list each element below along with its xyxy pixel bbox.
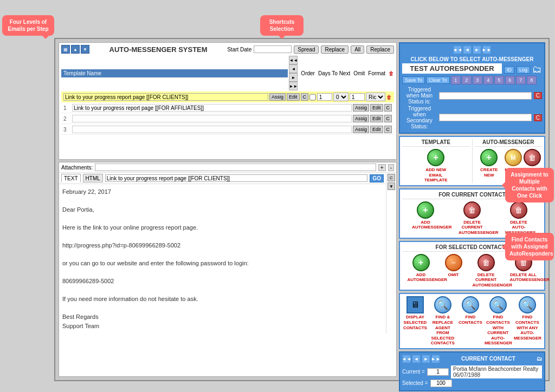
display-contacts-btn[interactable]: 🖥 DISPLAY SELECTED CONTACTS [403,296,427,330]
num-btn-3[interactable]: 3 [473,76,482,84]
num-btn-7[interactable]: 7 [516,76,526,84]
side-c-btn[interactable]: C [388,174,395,181]
template-input-1[interactable] [72,104,352,112]
template-buttons: + ADD NEW EMAIL TEMPLATE [402,149,470,183]
cc-last-btn[interactable]: ►► [431,355,440,363]
attach-collapse-btn[interactable]: - [388,164,394,171]
edit-btn-0[interactable]: Edit [287,93,300,101]
current-contact-label: CURRENT CONTACT [461,356,515,362]
edit-btn-3[interactable]: Edit [370,126,383,133]
trash-header-icon[interactable]: 🗑 [389,70,394,76]
delete-current-btn[interactable]: 🗑 DELETE CURRENT AUTOMESSENGER [459,201,486,236]
add-auto-btn[interactable]: + ADD AUTOMESSENGER [412,201,439,230]
attach-expand-btn[interactable]: + [378,164,386,171]
main-status-row: Triggered when Main Status is: C [402,87,542,104]
rp-last-btn[interactable]: ►► [482,45,491,54]
replace-btn[interactable]: Replace [321,45,349,54]
first-btn[interactable]: ◄◄ [289,56,298,64]
side-down-btn[interactable]: ▼ [388,182,395,190]
find-contacts-btn[interactable]: 🔍 FIND CONTACTS [459,296,482,325]
prev-btn[interactable]: ◄ [289,64,298,73]
omit-check-0[interactable] [309,94,316,101]
days-select-0[interactable]: 012 [333,93,349,101]
format-select-0[interactable]: RichText [366,93,385,101]
rp-first-btn[interactable]: ◄◄ [453,45,462,54]
save-row: Save To Clear To 1 2 3 4 5 6 7 8 [402,76,542,84]
last-btn[interactable]: ►► [289,82,298,90]
num-btn-1[interactable]: 1 [451,76,461,84]
edit-btn-2[interactable]: Edit [370,115,383,122]
start-date-input[interactable] [254,45,292,53]
selected-input[interactable] [430,380,452,387]
secondary-status-c-btn[interactable]: C [534,114,542,121]
subject-input[interactable] [105,174,368,182]
find-section: 🖥 DISPLAY SELECTED CONTACTS 🔍 FIND & REP… [399,293,545,349]
main-status-c-btn[interactable]: C [534,92,542,99]
num-btn-4[interactable]: 4 [483,76,493,84]
assign-btn-0[interactable]: Assig [269,93,286,101]
text-tab-btn[interactable]: TEXT [61,174,81,182]
c-btn-3[interactable]: C [384,126,392,133]
up-icon[interactable]: ▲ [71,45,80,54]
secondary-status-row: Triggered when Secondary Status: C [402,106,542,129]
html-tab-btn[interactable]: HTML [83,174,103,182]
find-current-btn[interactable]: 🔍 FIND CONTACTS WITH CURRENT AUTO-MESSEN… [485,296,512,346]
rp-prev-btn[interactable]: ◄ [463,45,472,54]
num-btn-5[interactable]: 5 [494,76,504,84]
add-email-btn[interactable]: + ADD NEW EMAIL TEMPLATE [422,149,449,183]
find-any-btn[interactable]: 🔍 FIND CONTACTS WITH ANY AUTO-MESSENGER [514,296,541,341]
delete-current2-btn[interactable]: 🗑 DELETE CURRENT AUTOMESSENGER [473,254,500,288]
cc-first-btn[interactable]: ◄◄ [402,355,411,363]
email-date: February 22, 2017 [62,187,383,197]
c-btn-2[interactable]: C [384,115,392,122]
rp-next-btn[interactable]: ► [473,45,481,54]
cc-icon[interactable]: 🗂 [537,356,542,362]
assign-btn-1[interactable]: Assig [353,104,369,112]
shortcuts-callout: Shortcuts Selection [260,15,304,36]
days2-input-0[interactable] [350,93,365,101]
find-replace-btn[interactable]: 🔍 FIND & REPLACE AGENT FROM SELECTED CON… [429,296,456,346]
spread-btn[interactable]: Spread [294,45,319,54]
attachments-input[interactable] [95,164,376,171]
replace2-btn[interactable]: Replace [366,45,394,54]
go-btn[interactable]: GO [370,174,384,182]
cc-prev-btn[interactable]: ◄ [412,355,421,363]
template-input-3[interactable] [72,126,352,133]
next-btn[interactable]: ► [289,73,298,82]
delete-auto-btn[interactable]: 🗑 DELETE AUTO-MESSENGERS [505,201,532,236]
num-btn-6[interactable]: 6 [505,76,515,84]
rp-icon[interactable]: 🗂 [532,64,542,75]
find-contacts-callout: Find Contacts with Assigned AutoResponde… [505,233,554,260]
omit-btn[interactable]: − OMIT [445,254,462,278]
log-btn[interactable]: Log [517,66,530,74]
save-to-btn[interactable]: Save To [402,76,425,84]
ams-header: ▦ ▲ ▼ AUTO-MESSENGER SYSTEM Start Date S… [61,45,394,54]
create-new-btn[interactable]: + CREATE NEW [475,149,502,178]
secondary-status-label: Triggered when Secondary Status: [402,106,437,129]
main-status-input[interactable] [439,92,532,100]
cc-next-btn[interactable]: ► [422,355,430,363]
edit-btn-1[interactable]: Edit [370,104,383,112]
clear-to-btn[interactable]: Clear To [426,76,449,84]
down-icon[interactable]: ▼ [81,45,89,54]
all-btn[interactable]: All [351,45,364,54]
cc-header: ◄◄ ◄ ► ►► CURRENT CONTACT 🗂 [402,355,542,363]
c-btn-1[interactable]: C [384,104,392,112]
grid-icon[interactable]: ▦ [61,45,70,54]
template-row-0: Assig Edit C 012 RichText 🗑 [61,92,394,102]
row0-icon: 🗑 [386,94,392,100]
template-input-2[interactable] [72,115,352,122]
num-btn-8[interactable]: 8 [527,76,537,84]
assign-btn-2[interactable]: Assig [353,115,369,122]
template-input-0[interactable] [63,93,268,101]
add-email-icon: + [427,149,444,166]
email-salutation: Dear Portia, [62,205,383,214]
add-auto2-btn[interactable]: + ADD AUTOMESSENGER [408,254,435,283]
c-btn-0[interactable]: C [301,93,309,101]
num-btn-2[interactable]: 2 [462,76,472,84]
secondary-status-input[interactable] [439,114,532,121]
order-input-0[interactable] [317,93,332,101]
id-btn[interactable]: ID [504,66,514,74]
current-input[interactable] [427,368,449,376]
assign-btn-3[interactable]: Assig [353,126,369,133]
